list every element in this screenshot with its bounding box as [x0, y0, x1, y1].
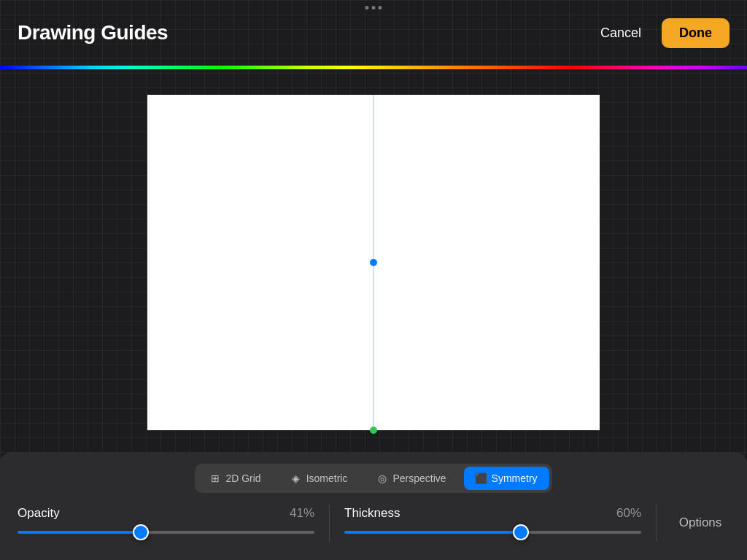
- spectrum-bar[interactable]: [0, 66, 747, 69]
- tab-isometric-label: Isometric: [306, 472, 348, 484]
- tab-2d-grid-label: 2D Grid: [225, 472, 260, 484]
- controls-panel: ⊞ 2D Grid ◈ Isometric ◎ Perspective ⬛ Sy…: [0, 452, 747, 560]
- tab-symmetry-label: Symmetry: [492, 472, 538, 484]
- canvas-area[interactable]: [147, 95, 600, 430]
- header: Drawing Guides Cancel Done: [0, 0, 747, 66]
- thickness-header: Thickness 60%: [344, 506, 641, 521]
- tab-symmetry[interactable]: ⬛ Symmetry: [464, 467, 549, 490]
- opacity-header: Opacity 41%: [18, 506, 314, 521]
- thickness-group: Thickness 60%: [344, 506, 641, 540]
- tab-perspective-label: Perspective: [392, 472, 446, 484]
- opacity-label: Opacity: [18, 506, 60, 521]
- tab-isometric[interactable]: ◈ Isometric: [279, 467, 360, 490]
- options-label[interactable]: Options: [679, 516, 722, 530]
- page-title: Drawing Guides: [18, 21, 168, 44]
- options-divider: [656, 505, 657, 541]
- isometric-icon: ◈: [290, 472, 302, 484]
- done-button[interactable]: Done: [662, 18, 729, 48]
- opacity-slider[interactable]: [18, 531, 314, 534]
- guide-center-dot[interactable]: [370, 259, 377, 266]
- thickness-label: Thickness: [344, 506, 400, 521]
- thickness-slider[interactable]: [344, 531, 641, 534]
- symmetry-icon: ⬛: [476, 472, 487, 484]
- perspective-icon: ◎: [376, 472, 388, 484]
- options-group: Options: [671, 516, 729, 530]
- grid-icon: ⊞: [209, 472, 221, 484]
- guide-bottom-dot[interactable]: [370, 427, 377, 434]
- header-actions: Cancel Done: [589, 18, 729, 48]
- tab-perspective[interactable]: ◎ Perspective: [365, 467, 457, 490]
- opacity-value: 41%: [290, 506, 314, 521]
- opacity-track: [18, 525, 314, 540]
- tab-2d-grid[interactable]: ⊞ 2D Grid: [198, 467, 272, 490]
- sliders-row: Opacity 41% Thickness 60% Options: [18, 505, 729, 541]
- thickness-track: [344, 525, 641, 540]
- cancel-button[interactable]: Cancel: [589, 20, 653, 47]
- slider-divider: [329, 505, 330, 541]
- tab-bar: ⊞ 2D Grid ◈ Isometric ◎ Perspective ⬛ Sy…: [195, 464, 551, 493]
- thickness-value: 60%: [616, 506, 641, 521]
- opacity-group: Opacity 41%: [18, 506, 314, 540]
